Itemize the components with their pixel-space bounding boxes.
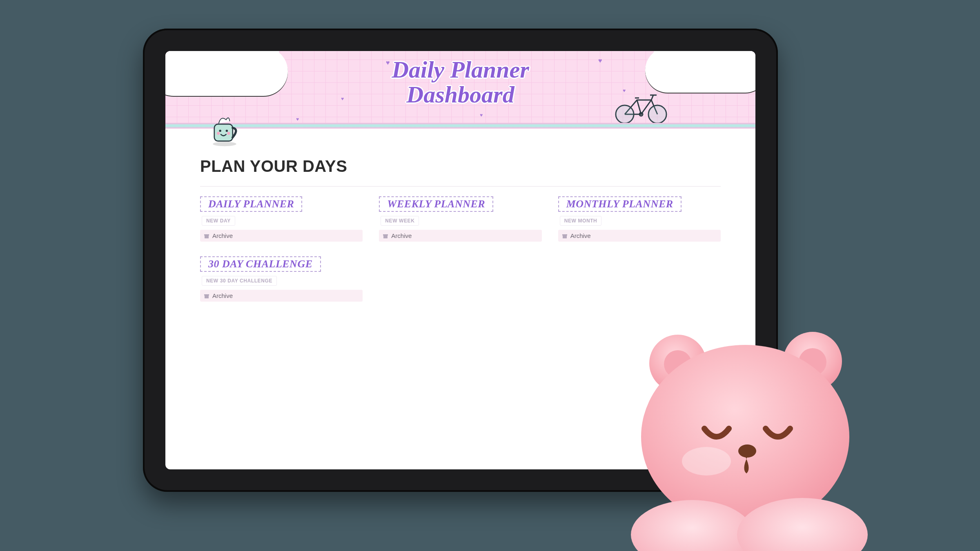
banner-title: Daily Planner Dashboard (392, 58, 529, 107)
archive-link[interactable]: Archive (379, 230, 541, 242)
svg-point-9 (217, 132, 220, 135)
new-day-button[interactable]: NEW DAY (202, 216, 235, 226)
divider (200, 186, 721, 187)
archive-icon (204, 233, 209, 238)
svg-point-18 (631, 500, 753, 551)
bicycle-icon (612, 88, 670, 124)
svg-point-14 (799, 348, 826, 376)
svg-point-7 (219, 130, 221, 132)
tablet-frame: ♥ ♥ ♥ ♥ ♥ ♥ Daily Planner Dashboard (143, 29, 778, 492)
archive-label: Archive (212, 292, 233, 299)
archive-icon (204, 293, 209, 298)
archive-link[interactable]: Archive (200, 290, 363, 302)
page-heading: PLAN YOUR DAYS (200, 157, 721, 176)
heart-icon: ♥ (386, 59, 390, 67)
banner-title-line1: Daily Planner (392, 58, 529, 82)
cloud-icon (645, 51, 755, 93)
new-challenge-button[interactable]: NEW 30 DAY CHALLENGE (202, 276, 277, 286)
planner-grid: DAILY PLANNER NEW DAY Archive WEEKLY PLA… (200, 196, 721, 302)
content: PLAN YOUR DAYS DAILY PLANNER NEW DAY Arc… (165, 129, 755, 302)
cloud-icon (165, 51, 288, 96)
archive-label: Archive (570, 232, 591, 239)
card-30-day-challenge: 30 DAY CHALLENGE NEW 30 DAY CHALLENGE Ar… (200, 256, 363, 302)
heart-icon: ♥ (480, 112, 483, 118)
svg-point-8 (226, 130, 228, 132)
heart-icon: ♥ (341, 96, 344, 102)
archive-link[interactable]: Archive (558, 230, 721, 242)
mug-icon (206, 110, 243, 147)
archive-link[interactable]: Archive (200, 230, 363, 242)
archive-icon (562, 233, 567, 238)
new-week-button[interactable]: NEW WEEK (381, 216, 419, 226)
archive-icon (383, 233, 388, 238)
svg-point-5 (213, 142, 236, 146)
new-month-button[interactable]: NEW MONTH (560, 216, 602, 226)
card-daily-planner: DAILY PLANNER NEW DAY Archive (200, 196, 363, 242)
card-title[interactable]: DAILY PLANNER (200, 196, 302, 212)
archive-label: Archive (391, 232, 412, 239)
svg-point-19 (737, 498, 868, 551)
card-title[interactable]: WEEKLY PLANNER (379, 196, 493, 212)
svg-rect-6 (214, 124, 233, 141)
card-monthly-planner: MONTHLY PLANNER NEW MONTH Archive (558, 196, 721, 242)
banner-title-line2: Dashboard (392, 82, 529, 107)
svg-point-12 (783, 332, 842, 391)
svg-point-4 (648, 105, 666, 123)
card-title[interactable]: 30 DAY CHALLENGE (200, 256, 321, 272)
card-weekly-planner: WEEKLY PLANNER NEW WEEK Archive (379, 196, 541, 242)
heart-icon: ♥ (296, 116, 299, 122)
svg-point-3 (616, 105, 634, 123)
card-title[interactable]: MONTHLY PLANNER (558, 196, 682, 212)
svg-point-10 (227, 132, 230, 135)
screen: ♥ ♥ ♥ ♥ ♥ ♥ Daily Planner Dashboard (165, 51, 755, 469)
archive-label: Archive (212, 232, 233, 239)
heart-icon: ♥ (598, 57, 602, 64)
banner: ♥ ♥ ♥ ♥ ♥ ♥ Daily Planner Dashboard (165, 51, 755, 129)
